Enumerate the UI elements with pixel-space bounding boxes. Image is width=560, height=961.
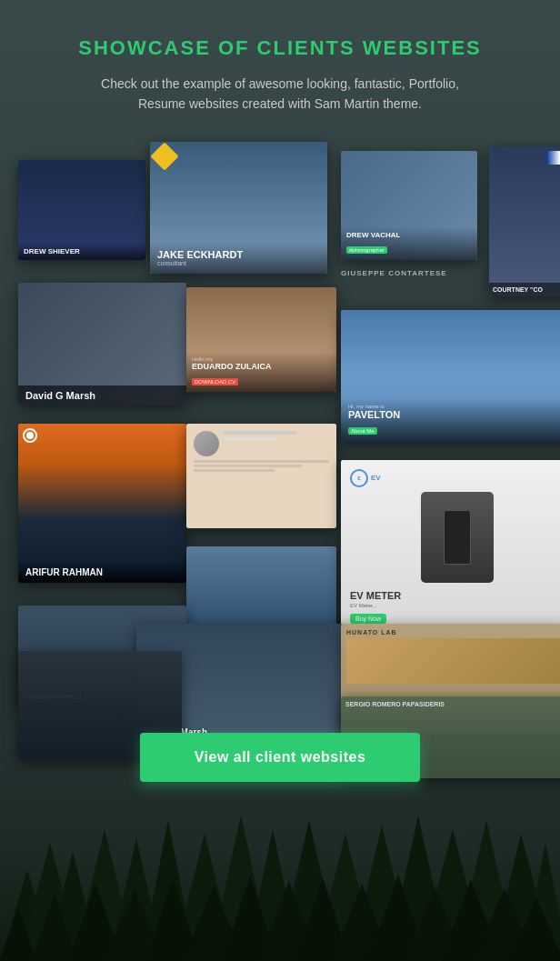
svg-marker-22 <box>145 879 200 961</box>
svg-marker-21 <box>105 888 165 961</box>
svg-marker-17 <box>523 843 560 961</box>
svg-marker-23 <box>182 886 245 961</box>
cta-section: View all client websites <box>18 733 542 782</box>
svg-marker-7 <box>173 834 236 961</box>
svg-marker-32 <box>509 897 560 961</box>
svg-marker-1 <box>0 870 55 961</box>
screenshot-arifur-rahman: ARIFUR RAHMAN <box>18 424 186 583</box>
screenshot-jake-eckhardt: JAKE ECKHARDT consultant <box>150 142 327 274</box>
svg-marker-15 <box>455 820 518 961</box>
svg-marker-16 <box>491 834 555 961</box>
svg-marker-13 <box>386 816 450 961</box>
svg-marker-2 <box>18 843 82 961</box>
svg-marker-24 <box>223 875 277 961</box>
svg-marker-18 <box>0 906 36 961</box>
header-section: Showcase of Clients Websites Check out t… <box>18 36 542 115</box>
svg-marker-12 <box>350 825 414 961</box>
giuseppe-label: GIUSEPPE CONTARTESE <box>341 269 447 277</box>
screenshots-area: DREW SHIEVER JAKE ECKHARDT consultant <box>18 142 542 706</box>
svg-marker-8 <box>209 816 273 961</box>
svg-marker-9 <box>245 829 300 961</box>
svg-marker-31 <box>473 888 536 961</box>
svg-marker-4 <box>73 829 136 961</box>
svg-marker-29 <box>405 886 465 961</box>
svg-marker-14 <box>418 829 486 961</box>
svg-marker-25 <box>259 881 319 961</box>
screenshot-pavelton: Hi, my name is PAVELTON About Me <box>341 310 560 442</box>
svg-marker-6 <box>141 820 195 961</box>
svg-marker-5 <box>109 838 164 961</box>
screenshot-eduardo-zulaica: Hello,my EDUARDO ZULAICA DOWNLOAD CV <box>186 287 336 392</box>
page-title: Showcase of Clients Websites <box>18 36 542 60</box>
view-all-button[interactable]: View all client websites <box>140 733 421 782</box>
content-wrapper: Showcase of Clients Websites Check out t… <box>0 0 560 836</box>
screenshot-david-marsh: David G Marsh <box>18 283 186 405</box>
svg-marker-11 <box>314 834 377 961</box>
svg-marker-28 <box>368 875 428 961</box>
screenshot-profile-small <box>186 424 336 528</box>
svg-marker-10 <box>277 820 341 961</box>
svg-marker-26 <box>295 877 350 961</box>
svg-marker-19 <box>32 893 77 961</box>
page-wrapper: Showcase of Clients Websites Check out t… <box>0 0 560 961</box>
svg-marker-20 <box>68 884 123 961</box>
screenshot-drew-vachal: DREW VACHAL #photographer <box>341 151 477 260</box>
svg-marker-30 <box>441 879 501 961</box>
svg-marker-3 <box>45 852 100 961</box>
screenshot-courtney: COURTNEY "CO <box>489 146 560 296</box>
screenshot-drew-shiever: DREW SHIEVER <box>18 160 145 260</box>
page-subtitle: Check out the example of awesome looking… <box>89 74 471 115</box>
svg-marker-27 <box>332 884 392 961</box>
